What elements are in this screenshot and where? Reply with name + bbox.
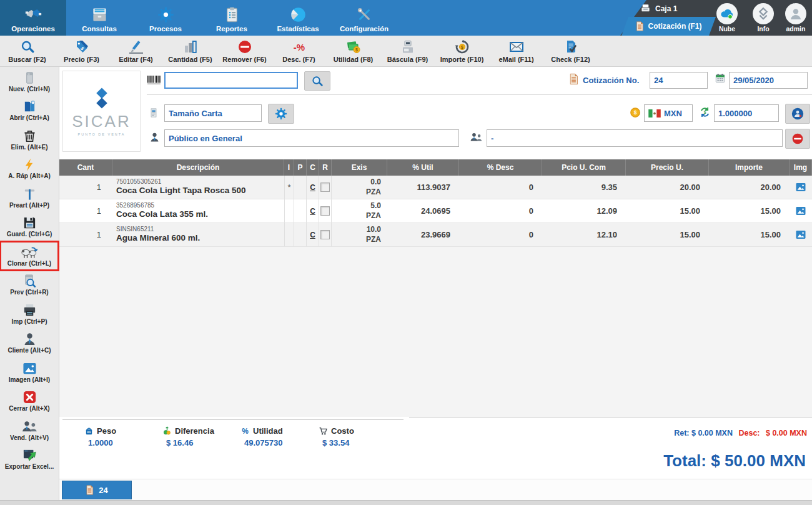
- row-checkbox[interactable]: [320, 230, 330, 239]
- customer-icon: [149, 131, 160, 143]
- scale-icon: [400, 39, 415, 54]
- cell-img: [790, 199, 812, 222]
- nube-button[interactable]: Nube: [710, 3, 745, 32]
- table-row[interactable]: 1 7501055305261 Coca Cola Light Tapa Ros…: [59, 176, 812, 199]
- table-row[interactable]: 1 SINSIN65211 Agua Mineral 600 ml. C 10.…: [59, 223, 812, 247]
- toolbar-importe-button[interactable]: $Importe (F10): [435, 36, 489, 66]
- image-thumbnail-icon[interactable]: [795, 182, 806, 192]
- exchange-rate-input[interactable]: [714, 104, 779, 122]
- sidebar-item-eliminar[interactable]: Elim. (Alt+E): [0, 125, 59, 154]
- row-checkbox[interactable]: [320, 206, 330, 216]
- barcode-search-input[interactable]: [164, 72, 298, 89]
- cell-pcio-u-com: 12.10: [542, 223, 626, 246]
- salesperson-input[interactable]: [487, 129, 783, 147]
- sidebar-item-nuevo[interactable]: Nuev. (Ctrl+N): [0, 67, 59, 96]
- table-empty-area: [59, 247, 812, 417]
- nav-configuracion[interactable]: Configuración: [331, 0, 397, 36]
- admin-user-button[interactable]: admin: [778, 3, 812, 32]
- toolbar-check-button[interactable]: Check (F12): [543, 36, 598, 66]
- toolbar-remover-button[interactable]: Remover (F6): [217, 36, 272, 66]
- cell-p: [294, 199, 307, 222]
- search-button[interactable]: [304, 71, 330, 91]
- image-thumbnail-icon[interactable]: [795, 230, 806, 239]
- cell-importe: 15.00: [709, 199, 790, 222]
- nav-procesos[interactable]: Procesos: [132, 0, 199, 36]
- cell-util: 113.9037: [387, 176, 459, 199]
- excel-export-icon: [22, 448, 37, 462]
- sidebar-item-clonar[interactable]: Clonar (Ctrl+L): [0, 241, 59, 271]
- clipboard-report-icon: [224, 6, 240, 23]
- close-x-icon: [22, 390, 37, 404]
- sidebar-item-cliente[interactable]: Cliente (Alt+C): [0, 329, 59, 358]
- date-input[interactable]: [729, 72, 808, 89]
- toolbar-bascula-button[interactable]: Báscula (F9): [380, 36, 435, 66]
- ret-label: Ret:: [674, 429, 689, 438]
- sidebar-item-imagen[interactable]: Imagen (Alt+I): [0, 358, 59, 387]
- currency-manager-button[interactable]: [785, 104, 810, 124]
- checklist-icon: [563, 39, 578, 54]
- cloud-icon: [720, 6, 735, 21]
- nav-reportes[interactable]: Reportes: [199, 0, 265, 36]
- info-button[interactable]: Info: [746, 3, 781, 32]
- open-folder-icon: [22, 99, 37, 114]
- nav-consultas[interactable]: Consultas: [66, 0, 132, 36]
- col-header-img: Img: [790, 159, 812, 176]
- cell-pcio-u-com: 12.09: [542, 199, 626, 222]
- toolbar-buscar-button[interactable]: Buscar (F2): [0, 36, 54, 66]
- customer-input[interactable]: [164, 129, 459, 147]
- pie-chart-icon: [290, 6, 307, 23]
- user-avatar-icon: [788, 6, 803, 21]
- product-code: SINSIN65211: [116, 226, 154, 234]
- nav-operaciones[interactable]: Operaciones: [0, 0, 66, 36]
- toolbar-precio-button[interactable]: $Precio (F3): [54, 36, 109, 66]
- table-row[interactable]: 1 35268956785 Coca Cola Lata 355 ml. C 5…: [59, 199, 812, 223]
- col-header-c: C: [307, 159, 319, 176]
- cost-link[interactable]: C: [310, 231, 315, 239]
- cotizacion-tab[interactable]: Cotización (F1): [621, 17, 716, 36]
- sidebar-item-preart[interactable]: Preart (Alt+P): [0, 183, 59, 212]
- sicar-diamond-icon: [91, 87, 113, 109]
- stat-diferencia-value: $ 16.46: [162, 438, 244, 448]
- sidebar-item-vendedor[interactable]: Vend. (Alt+V): [0, 416, 59, 445]
- cell-r: [319, 223, 332, 246]
- quote-number-input[interactable]: [650, 72, 708, 89]
- toolbar-email-button[interactable]: eMail (F11): [489, 36, 543, 66]
- toolbar-editar-button[interactable]: Editar (F4): [109, 36, 163, 66]
- sidebar-item-imprimir[interactable]: Imp (Ctrl+P): [0, 299, 59, 329]
- sidebar-item-preview[interactable]: Prev (Ctrl+R): [0, 271, 59, 300]
- price-tag-icon: $: [74, 39, 89, 54]
- cell-exis: 0.0PZA: [332, 176, 387, 199]
- gear-icon: [157, 6, 174, 23]
- image-thumbnail-icon[interactable]: [795, 206, 806, 216]
- exchange-rate-icon: $: [699, 106, 711, 118]
- stat-diferencia: Diferencia $ 16.46: [162, 426, 244, 448]
- product-name: Agua Mineral 600 ml.: [116, 233, 200, 244]
- amount-cycle-icon: $: [455, 39, 470, 54]
- svg-text:$: $: [634, 110, 637, 116]
- quote-tab-24[interactable]: 24: [62, 481, 132, 499]
- caja-tab[interactable]: Caja 1: [640, 4, 677, 13]
- cost-link[interactable]: C: [310, 183, 315, 192]
- toolbar-descuento-button[interactable]: -%Desc. (F7): [272, 36, 326, 66]
- cell-r: [319, 176, 332, 199]
- desc-label: Desc:: [738, 429, 760, 438]
- top-nav-bar: Operaciones Consultas Procesos Reportes …: [0, 0, 812, 36]
- currency-select[interactable]: MXN: [644, 104, 693, 122]
- print-settings-button[interactable]: [268, 104, 294, 124]
- sidebar-item-guardar[interactable]: Guard. (Ctrl+G): [0, 212, 59, 242]
- sidebar-item-exportar-excel[interactable]: Exportar Excel...: [0, 445, 59, 474]
- print-format-input[interactable]: [164, 104, 262, 122]
- quote-number-label: Cotización No.: [583, 76, 639, 85]
- sicar-logo: SICAR PUNTO DE VENTA: [62, 71, 141, 152]
- cost-link[interactable]: C: [310, 207, 315, 216]
- row-checkbox[interactable]: [320, 182, 330, 192]
- sidebar-item-abrir[interactable]: Abrir (Ctrl+A): [0, 96, 59, 126]
- nav-estadisticas[interactable]: Estadísticas: [265, 0, 331, 36]
- sidebar-item-cerrar[interactable]: Cerrar (Alt+X): [0, 387, 59, 416]
- toolbar-utilidad-button[interactable]: $Utilidad (F8): [326, 36, 380, 66]
- remove-salesperson-button[interactable]: [785, 129, 810, 149]
- toolbar-cantidad-button[interactable]: Cantidad (F5): [163, 36, 217, 66]
- product-code: 35268956785: [116, 202, 154, 210]
- sidebar-item-alta-rapida[interactable]: A. Ráp (Alt+A): [0, 154, 59, 184]
- product-name: Coca Cola Light Tapa Rosca 500: [116, 186, 246, 196]
